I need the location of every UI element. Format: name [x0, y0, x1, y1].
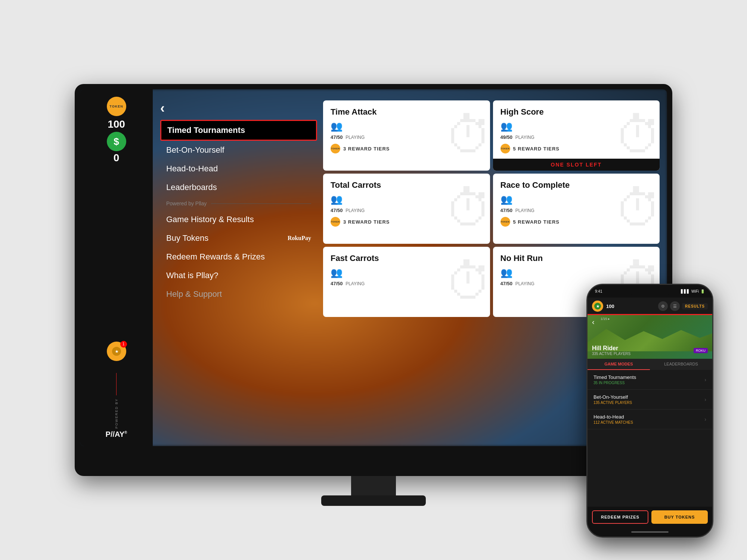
phone-game-name: Hill Rider — [592, 345, 630, 352]
nav-item-game-history[interactable]: Game History & Results — [160, 210, 317, 229]
chevron-right-icon: › — [704, 416, 706, 422]
head-to-head-sub: 112 ACTIVE MATCHES — [593, 420, 633, 424]
players-icon: 👥 — [331, 121, 342, 132]
chevron-right-icon: › — [704, 377, 706, 383]
phone-screen: 9:41 ▋▋▋ WiFi 🔋 ★ 100 ⚙ ☰ — [588, 285, 712, 536]
phone-game-preview: ‹ 1/15 ▸ Hill Rider 335 ACTIVE PLAYERS R… — [588, 314, 712, 359]
bet-on-yourself-sub: 135 ACTIVE PLAYERS — [593, 401, 632, 405]
token-icon: TOKEN — [500, 217, 510, 227]
nav-item-what-is-pllay[interactable]: What is Pllay? — [160, 266, 317, 285]
phone-tabs: GAME MODES LEADERBOARDS — [588, 359, 712, 370]
phone-status-icons: ▋▋▋ WiFi 🔋 — [681, 289, 705, 293]
card-total-carrots[interactable]: ⏱ Total Carrots 👥 47/50 PLAYING — [323, 174, 490, 244]
phone-home-bar — [588, 528, 712, 536]
chevron-right-icon: › — [704, 396, 706, 402]
tv-stand — [351, 476, 396, 498]
players-icon: 👥 — [331, 267, 342, 279]
wifi-icon: WiFi — [691, 289, 699, 293]
card-bg-icon: ⏱ — [615, 181, 660, 237]
phone-active-players-count: 335 ACTIVE PLAYERS — [592, 352, 630, 356]
nav-item-buy-tokens[interactable]: Buy Tokens RokuPay — [160, 229, 317, 248]
battery-icon: 🔋 — [700, 289, 705, 293]
tab-game-modes[interactable]: GAME MODES — [588, 359, 650, 370]
nav-item-redeem-rewards[interactable]: Redeem Rewards & Prizes — [160, 248, 317, 266]
nav-item-help[interactable]: Help & Support — [160, 285, 317, 304]
pllay-icon: ★ 1 — [107, 342, 126, 361]
card-bg-icon: ⏱ — [445, 108, 490, 164]
players-icon: 👥 — [331, 194, 342, 205]
card-fast-carrots[interactable]: ⏱ Fast Carrots 👥 47/50 PLAYING — [323, 247, 490, 317]
svg-text:★: ★ — [596, 304, 600, 308]
phone-back-arrow[interactable]: ‹ — [592, 318, 595, 326]
phone-menu-list: Timed Tournaments 35 IN PROGRESS › Bet-O… — [588, 370, 712, 507]
phone-menu-icon: ☰ — [670, 301, 680, 311]
players-icon: 👥 — [500, 194, 512, 205]
phone-map-indicator: 1/15 ▸ — [601, 317, 610, 321]
notification-badge: 1 — [120, 341, 127, 348]
dollar-badge: $ — [107, 132, 126, 151]
powered-by-row: Powered by Pllay — [160, 197, 317, 210]
token-icon: TOKEN — [331, 217, 340, 227]
phone-game-info: Hill Rider 335 ACTIVE PLAYERS — [592, 345, 630, 356]
phone-menu-head-to-head[interactable]: Head-to-Head 112 ACTIVE MATCHES › — [588, 410, 712, 429]
phone-token-count: 100 — [606, 304, 614, 309]
nav-item-head-to-head[interactable]: Head-to-Head — [160, 159, 317, 178]
players-icon: 👥 — [500, 267, 512, 279]
phone-header-icons: ⚙ ☰ RESULTS — [658, 301, 708, 311]
home-indicator — [631, 531, 669, 533]
reward-tiers-text: 3 REWARD TIERS — [343, 146, 390, 152]
sidebar-bottom: ★ 1 POWERED BY P//AY® — [106, 342, 127, 439]
back-button[interactable]: ‹ — [160, 100, 175, 116]
svg-text:★: ★ — [115, 349, 118, 354]
card-race-to-complete[interactable]: ⏱ Race to Complete 👥 47/50 PLAYING — [493, 174, 660, 244]
phone-coin-icon: ★ — [592, 301, 603, 312]
reward-tiers-text: 5 REWARD TIERS — [513, 219, 560, 225]
token-count: 100 — [108, 118, 125, 130]
phone-progress-bar — [588, 314, 712, 315]
card-bg-icon: ⏱ — [615, 108, 660, 164]
card-bg-icon: ⏱ — [445, 181, 490, 237]
nav-item-leaderboards[interactable]: Leaderboards — [160, 178, 317, 197]
roku-pay-badge: RokuPay — [288, 235, 311, 242]
timed-tournaments-sub: 35 IN PROGRESS — [593, 381, 636, 385]
signal-icon: ▋▋▋ — [681, 289, 690, 293]
token-label: TOKEN — [109, 105, 123, 108]
buy-tokens-button[interactable]: BUY TOKENS — [651, 510, 708, 524]
dollar-count: 0 — [114, 152, 120, 164]
pllay-logo: P//AY® — [106, 430, 127, 439]
phone-bottom-buttons: REDEEM PRIZES BUY TOKENS — [588, 507, 712, 528]
nav-panel: ‹ Timed Tournaments Bet-On-Yourself Head… — [160, 97, 317, 304]
reward-tiers-text: 3 REWARD TIERS — [343, 219, 390, 225]
token-badge: TOKEN — [107, 97, 126, 116]
powered-by-label: POWERED BY — [115, 398, 118, 429]
tv-screen: TOKEN 100 $ 0 ★ 1 — [80, 89, 667, 446]
players-icon: 👥 — [500, 121, 512, 132]
tv-base — [321, 495, 426, 506]
token-icon: TOKEN — [500, 144, 510, 153]
reward-tiers-text: 5 REWARD TIERS — [513, 146, 560, 152]
phone-results-badge: RESULTS — [682, 303, 708, 309]
scene: TOKEN 100 $ 0 ★ 1 — [19, 37, 728, 523]
phone-menu-bet-on-yourself[interactable]: Bet-On-Yourself 135 ACTIVE PLAYERS › — [588, 390, 712, 410]
tab-leaderboards[interactable]: LEADERBOARDS — [650, 359, 712, 370]
card-bg-icon: ⏱ — [445, 254, 490, 310]
nav-item-bet-on-yourself[interactable]: Bet-On-Yourself — [160, 141, 317, 159]
sidebar: TOKEN 100 $ 0 ★ 1 — [80, 89, 153, 446]
card-high-score[interactable]: ⏱ High Score 👥 49/50 PLAYING — [493, 100, 660, 171]
phone: 9:41 ▋▋▋ WiFi 🔋 ★ 100 ⚙ ☰ — [586, 284, 713, 538]
phone-game-title-area: Hill Rider 335 ACTIVE PLAYERS ROKU — [588, 342, 712, 359]
roku-badge: ROKU — [694, 348, 708, 353]
redeem-prizes-button[interactable]: REDEEM PRIZES — [592, 510, 648, 524]
card-time-attack[interactable]: ⏱ Time Attack 👥 47/50 PLAYING — [323, 100, 490, 171]
dollar-symbol: $ — [114, 136, 119, 147]
token-icon: TOKEN — [331, 144, 340, 153]
one-slot-banner: ONE SLOT LEFT — [493, 159, 660, 171]
nav-area: ‹ Timed Tournaments Bet-On-Yourself Head… — [160, 97, 660, 439]
nav-item-timed-tournaments[interactable]: Timed Tournaments — [160, 120, 317, 141]
phone-notch — [627, 285, 672, 295]
phone-menu-timed-tournaments[interactable]: Timed Tournaments 35 IN PROGRESS › — [588, 370, 712, 390]
phone-header: ★ 100 ⚙ ☰ RESULTS — [588, 298, 712, 314]
tv: TOKEN 100 $ 0 ★ 1 — [75, 84, 672, 476]
phone-settings-icon: ⚙ — [658, 301, 668, 311]
phone-time: 9:41 — [595, 289, 602, 293]
